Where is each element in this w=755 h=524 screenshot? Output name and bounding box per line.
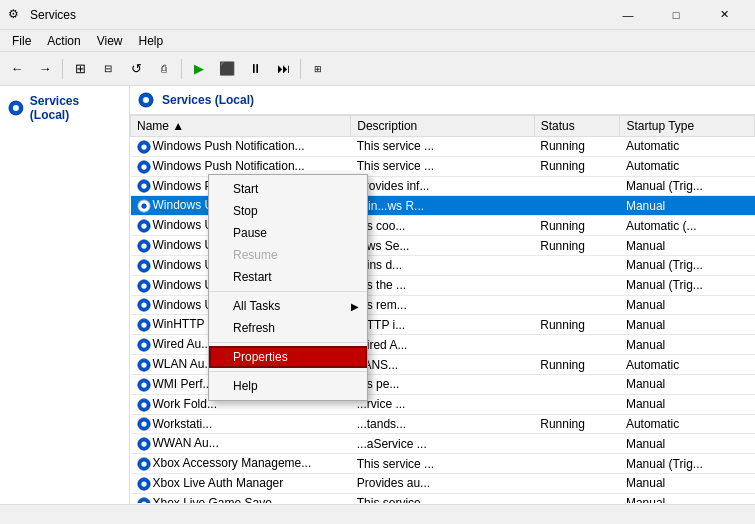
services-header-icon [138, 92, 154, 108]
table-row[interactable]: Windows Push Notification... This servic… [131, 137, 755, 157]
svg-point-21 [141, 303, 146, 308]
cell-desc: ...ins d... [351, 255, 535, 275]
menu-bar: File Action View Help [0, 30, 755, 52]
ctx-start[interactable]: Start [209, 178, 367, 200]
toolbar-sep-2 [181, 59, 182, 79]
cell-desc: ...ws Se... [351, 236, 535, 256]
cell-desc: ...TTP i... [351, 315, 535, 335]
toolbar-sep-3 [300, 59, 301, 79]
cell-startup: Manual [620, 394, 755, 414]
menu-file[interactable]: File [4, 32, 39, 50]
table-row[interactable]: Xbox Live Game Save This service ... Man… [131, 493, 755, 503]
svg-point-7 [141, 164, 146, 169]
cell-desc: ...s the ... [351, 275, 535, 295]
toolbar-restart[interactable]: ⏭ [270, 56, 296, 82]
toolbar-pause[interactable]: ⏸ [242, 56, 268, 82]
cell-desc: This service ... [351, 137, 535, 157]
cell-status [534, 176, 620, 196]
cell-startup: Manual (Trig... [620, 255, 755, 275]
cell-startup: Manual (Trig... [620, 275, 755, 295]
svg-point-1 [13, 105, 19, 111]
cell-startup: Manual [620, 474, 755, 494]
menu-view[interactable]: View [89, 32, 131, 50]
table-row[interactable]: WWAN Au... ...aService ... Manual [131, 434, 755, 454]
svg-point-23 [141, 323, 146, 328]
cell-desc: ...rvice ... [351, 394, 535, 414]
cell-status [534, 374, 620, 394]
cell-startup: Automatic (... [620, 216, 755, 236]
col-header-name[interactable]: Name ▲ [131, 116, 351, 137]
cell-desc: This service ... [351, 454, 535, 474]
cell-startup: Manual (Trig... [620, 176, 755, 196]
ctx-all-tasks[interactable]: All Tasks ▶ [209, 295, 367, 317]
services-icon [8, 100, 24, 116]
window-controls: — □ ✕ [605, 1, 747, 29]
ctx-restart[interactable]: Restart [209, 266, 367, 288]
close-button[interactable]: ✕ [701, 1, 747, 29]
svg-point-13 [141, 224, 146, 229]
toolbar-back[interactable]: ← [4, 56, 30, 82]
svg-point-35 [141, 442, 146, 447]
col-header-startup[interactable]: Startup Type [620, 116, 755, 137]
col-header-status[interactable]: Status [534, 116, 620, 137]
cell-status [534, 474, 620, 494]
ctx-refresh[interactable]: Refresh [209, 317, 367, 339]
cell-name: Xbox Accessory Manageme... [131, 454, 351, 474]
table-row[interactable]: Workstati... ...tands... Running Automat… [131, 414, 755, 434]
table-row[interactable]: Xbox Live Auth Manager Provides au... Ma… [131, 474, 755, 494]
ctx-sep-2 [209, 342, 367, 343]
cell-startup: Automatic [620, 156, 755, 176]
menu-action[interactable]: Action [39, 32, 88, 50]
cell-startup: Automatic [620, 414, 755, 434]
toolbar: ← → ⊞ ⊟ ↺ ⎙ ▶ ⬛ ⏸ ⏭ ⊞ [0, 52, 755, 86]
cell-status: Running [534, 414, 620, 434]
right-panel-header: Services (Local) [130, 86, 755, 115]
ctx-pause[interactable]: Pause [209, 222, 367, 244]
svg-point-19 [141, 283, 146, 288]
cell-desc: ...s rem... [351, 295, 535, 315]
cell-status: Running [534, 137, 620, 157]
toolbar-refresh[interactable]: ↺ [123, 56, 149, 82]
cell-status [534, 493, 620, 503]
toolbar-up[interactable]: ⊞ [67, 56, 93, 82]
cell-startup: Manual [620, 315, 755, 335]
toolbar-forward[interactable]: → [32, 56, 58, 82]
toolbar-stop[interactable]: ⬛ [214, 56, 240, 82]
cell-desc: ...aService ... [351, 434, 535, 454]
minimize-button[interactable]: — [605, 1, 651, 29]
col-header-desc[interactable]: Description [351, 116, 535, 137]
ctx-help[interactable]: Help [209, 375, 367, 397]
main-content: Services (Local) Services (Local) Name ▲… [0, 86, 755, 504]
toolbar-play[interactable]: ▶ [186, 56, 212, 82]
cell-status: Running [534, 236, 620, 256]
table-row[interactable]: Xbox Accessory Manageme... This service … [131, 454, 755, 474]
cell-desc: This service ... [351, 493, 535, 503]
cell-startup: Manual [620, 295, 755, 315]
ctx-properties[interactable]: Properties [209, 346, 367, 368]
cell-status [534, 394, 620, 414]
left-panel: Services (Local) [0, 86, 130, 504]
svg-point-3 [143, 97, 149, 103]
toolbar-props[interactable]: ⊞ [305, 56, 331, 82]
ctx-stop[interactable]: Stop [209, 200, 367, 222]
cell-status [534, 434, 620, 454]
cell-startup: Manual [620, 374, 755, 394]
right-panel: Services (Local) Name ▲ Description Stat… [130, 86, 755, 504]
cell-startup: Manual [620, 196, 755, 216]
cell-startup: Manual [620, 434, 755, 454]
cell-startup: Automatic [620, 137, 755, 157]
cell-status [534, 255, 620, 275]
cell-status: Running [534, 315, 620, 335]
context-menu: Start Stop Pause Resume Restart All Task… [208, 174, 368, 401]
svg-point-31 [141, 402, 146, 407]
cell-name: Windows Push Notification... [131, 137, 351, 157]
cell-desc: Provides au... [351, 474, 535, 494]
cell-desc: Provides inf... [351, 176, 535, 196]
menu-help[interactable]: Help [131, 32, 172, 50]
toolbar-down[interactable]: ⊟ [95, 56, 121, 82]
svg-point-9 [141, 184, 146, 189]
toolbar-export[interactable]: ⎙ [151, 56, 177, 82]
svg-point-37 [141, 461, 146, 466]
maximize-button[interactable]: □ [653, 1, 699, 29]
svg-point-39 [141, 481, 146, 486]
